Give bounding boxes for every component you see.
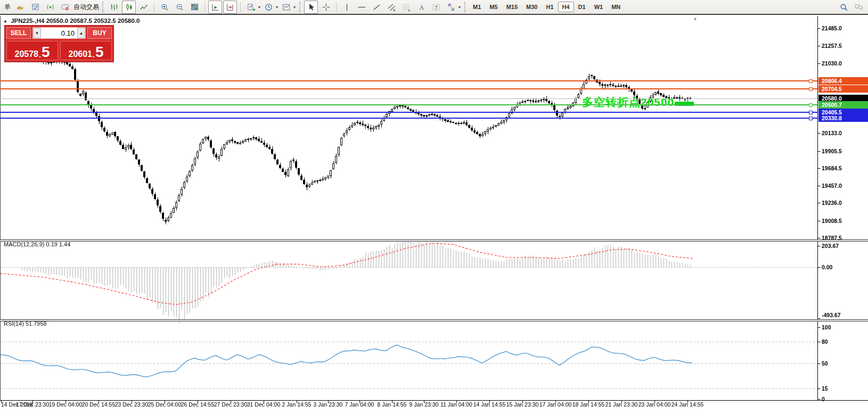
sell-button[interactable]: SELL	[6, 27, 31, 39]
date-label: 8 Jan 14:55	[378, 401, 407, 408]
buy-price-display[interactable]: 20601.5	[60, 41, 112, 60]
tile-windows-icon[interactable]	[187, 1, 201, 14]
arrows-shapes-icon[interactable]	[444, 1, 458, 14]
chart-ohlc: 20550.0 20587.5 20532.5 20580.0	[46, 18, 140, 24]
price-level-line[interactable]	[0, 104, 817, 105]
candlestick-icon[interactable]	[122, 1, 136, 14]
price-scale-label: 19905.5	[822, 148, 842, 154]
chat-icon[interactable]	[851, 1, 865, 14]
chart-left-border	[0, 16, 1, 400]
scroll-marker-icon[interactable]: ▼	[693, 16, 698, 22]
tf-m30[interactable]: M30	[522, 2, 542, 12]
equidistant-channel-icon[interactable]: E	[384, 1, 398, 14]
date-label: 19 Dec 04:00	[49, 401, 82, 408]
time-axis-line	[0, 400, 868, 401]
chevron-down-icon[interactable]: ▾	[458, 5, 461, 10]
mt4-window: 单 自动交易 ▾ ▾ ▾ E F A T ▾ M1	[0, 0, 868, 414]
line-handle[interactable]	[809, 87, 813, 91]
price-line-label: 20330.8	[818, 114, 868, 122]
svg-text:F: F	[408, 8, 410, 11]
price-level-line[interactable]	[0, 88, 817, 89]
price-level-line[interactable]	[0, 80, 817, 81]
toolbar-grip	[464, 2, 465, 12]
date-label: 24 Jan 14:55	[672, 401, 704, 408]
chart-title: ▲ JPN225-,H4 20550.0 20587.5 20532.5 205…	[3, 18, 140, 24]
autotrading-label[interactable]: 自动交易	[73, 3, 99, 12]
sell-price-dot: .	[39, 51, 41, 59]
buy-button[interactable]: BUY	[87, 27, 112, 39]
tf-h1[interactable]: H1	[542, 2, 558, 12]
history-center-icon[interactable]	[13, 1, 27, 14]
text-icon[interactable]: A	[414, 1, 428, 14]
ohlc-bars-icon[interactable]	[107, 1, 121, 14]
tf-m5[interactable]: M5	[485, 2, 502, 12]
toolbar-grip	[102, 2, 103, 12]
lot-increase-button[interactable]: ▲	[77, 28, 85, 38]
price-scale-label: 21257.5	[822, 43, 842, 49]
market-watch-icon[interactable]	[28, 1, 42, 14]
line-handle[interactable]	[809, 103, 813, 107]
price-scale-label: 21030.0	[822, 60, 842, 67]
date-label: 18 Jan 14:55	[572, 401, 605, 408]
chart-shift-icon[interactable]	[223, 1, 237, 14]
chevron-down-icon[interactable]: ▾	[258, 5, 260, 10]
zoom-in-icon[interactable]	[158, 1, 171, 14]
template-icon[interactable]	[279, 1, 293, 14]
date-label: 14 Jan 14:55	[473, 401, 506, 408]
price-line-label: 20806.4	[818, 77, 868, 85]
new-order-button[interactable]: 单	[2, 2, 13, 13]
lot-decrease-button[interactable]: ▼	[33, 28, 41, 38]
tf-w1[interactable]: W1	[590, 2, 608, 12]
line-handle[interactable]	[809, 117, 813, 120]
vertical-line-icon[interactable]	[340, 1, 354, 14]
chevron-down-icon[interactable]: ▾	[293, 5, 296, 10]
date-label: 15 Jan 23:30	[506, 401, 539, 408]
periods-icon[interactable]	[261, 1, 275, 14]
chart-symbol-period: JPN225-,H4	[11, 18, 44, 24]
one-click-trade-panel: SELL ▼ ▲ BUY 20578.5 20601.5	[4, 25, 114, 62]
price-level-line[interactable]	[0, 118, 817, 119]
lot-size-input[interactable]	[41, 28, 77, 38]
auto-scroll-icon[interactable]	[208, 1, 222, 14]
trendline-icon[interactable]	[370, 1, 383, 14]
timeframe-group: M1 M5 M15 M30 H1 H4 D1 W1 MN	[469, 2, 625, 12]
line-chart-icon[interactable]	[137, 1, 151, 14]
sell-price-display[interactable]: 20578.5	[6, 41, 58, 60]
chevron-down-icon[interactable]: ▾	[276, 5, 278, 10]
tf-d1[interactable]: D1	[574, 2, 590, 12]
sell-price-main: 20578	[15, 50, 39, 59]
chart-canvas	[0, 0, 868, 414]
pane-separator-rsi[interactable]	[0, 319, 868, 321]
pane-separator-macd[interactable]	[0, 239, 868, 242]
annotation-text[interactable]: 多空转折点20500	[582, 95, 674, 110]
zoom-out-icon[interactable]	[173, 1, 186, 14]
autotrading-icon[interactable]	[58, 1, 72, 14]
horizontal-line-icon[interactable]	[355, 1, 369, 14]
add-indicator-icon[interactable]	[244, 1, 258, 14]
toolbar-separator	[154, 2, 154, 12]
price-axis-line	[817, 16, 818, 400]
cursor-icon[interactable]	[304, 1, 318, 14]
price-scale-label: 19008.5	[822, 218, 842, 224]
toolbar-separator	[204, 2, 205, 12]
tf-mn[interactable]: MN	[607, 2, 625, 12]
text-label-icon[interactable]: T	[429, 1, 443, 14]
price-scale-label: 18787.5	[822, 235, 842, 241]
date-label: 3 Jan 23:30	[314, 401, 343, 408]
line-handle[interactable]	[809, 111, 813, 114]
tf-m15[interactable]: M15	[502, 2, 522, 12]
date-label: 27 Dec 23:30	[214, 401, 247, 408]
fibonacci-icon[interactable]: F	[399, 1, 413, 14]
svg-text:T: T	[435, 4, 438, 10]
date-label: 31 Dec 04:00	[247, 401, 280, 408]
signals-icon[interactable]	[43, 1, 57, 14]
macd-scale-label: -493.67	[822, 312, 841, 318]
line-handle[interactable]	[809, 79, 813, 83]
search-icon[interactable]	[837, 1, 850, 14]
tf-h4[interactable]: H4	[558, 2, 574, 12]
svg-text:A: A	[419, 3, 424, 11]
svg-text:E: E	[393, 8, 395, 12]
price-level-line[interactable]	[0, 112, 817, 113]
tf-m1[interactable]: M1	[469, 2, 485, 12]
crosshair-icon[interactable]	[319, 1, 333, 14]
